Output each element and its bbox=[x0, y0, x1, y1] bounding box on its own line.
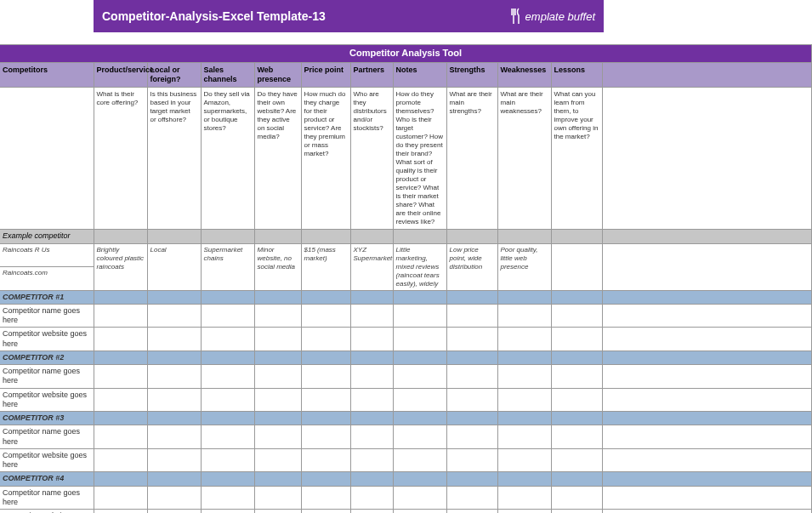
example-cell[interactable]: Minor website, no social media bbox=[254, 243, 301, 290]
cell[interactable] bbox=[393, 304, 446, 328]
cell[interactable] bbox=[301, 412, 350, 425]
cell[interactable] bbox=[393, 351, 446, 364]
cell[interactable] bbox=[551, 388, 602, 412]
cell[interactable] bbox=[201, 472, 254, 486]
cell[interactable] bbox=[147, 510, 201, 514]
cell[interactable] bbox=[393, 328, 446, 351]
cell[interactable] bbox=[254, 448, 301, 472]
col-weaknesses[interactable]: Weaknesses bbox=[497, 62, 551, 88]
cell[interactable] bbox=[393, 412, 446, 425]
competitor-name[interactable]: Competitor name goes here bbox=[0, 425, 94, 449]
cell[interactable] bbox=[393, 486, 446, 510]
example-cell[interactable]: Supermarket chains bbox=[201, 243, 254, 290]
cell[interactable] bbox=[147, 448, 201, 472]
col-price[interactable]: Price point bbox=[301, 62, 350, 88]
cell[interactable] bbox=[350, 365, 393, 389]
cell[interactable] bbox=[551, 486, 602, 510]
cell[interactable] bbox=[94, 351, 147, 364]
cell[interactable] bbox=[201, 486, 254, 510]
cell[interactable] bbox=[350, 448, 393, 472]
competitor-name[interactable]: Competitor name goes here bbox=[0, 365, 94, 389]
competitor-head[interactable]: COMPETITOR #1 bbox=[0, 290, 94, 304]
cell[interactable] bbox=[350, 412, 393, 425]
desc-cell[interactable]: Do they sell via Amazon, supermarkets, o… bbox=[201, 88, 254, 230]
cell[interactable] bbox=[446, 328, 497, 351]
cell[interactable] bbox=[301, 388, 350, 412]
cell[interactable] bbox=[393, 448, 446, 472]
cell[interactable] bbox=[350, 351, 393, 364]
example-name[interactable]: Raincoats R Us bbox=[0, 243, 94, 267]
competitor-site[interactable]: Competitor website goes here bbox=[0, 328, 94, 351]
cell[interactable] bbox=[147, 425, 201, 449]
cell[interactable] bbox=[393, 425, 446, 449]
cell[interactable] bbox=[94, 510, 147, 514]
cell[interactable] bbox=[254, 425, 301, 449]
cell[interactable] bbox=[301, 304, 350, 328]
example-cell[interactable]: Brightly coloured plastic raincoats bbox=[94, 243, 147, 290]
cell[interactable] bbox=[393, 388, 446, 412]
cell[interactable] bbox=[94, 365, 147, 389]
cell[interactable] bbox=[254, 328, 301, 351]
cell[interactable] bbox=[94, 425, 147, 449]
cell[interactable] bbox=[254, 486, 301, 510]
cell[interactable] bbox=[393, 290, 446, 304]
cell[interactable] bbox=[446, 448, 497, 472]
cell[interactable] bbox=[551, 425, 602, 449]
competitor-site[interactable]: Competitor website goes here bbox=[0, 510, 94, 514]
cell[interactable] bbox=[393, 365, 446, 389]
cell[interactable] bbox=[201, 448, 254, 472]
cell[interactable] bbox=[446, 365, 497, 389]
competitor-name[interactable]: Competitor name goes here bbox=[0, 304, 94, 328]
cell[interactable] bbox=[350, 510, 393, 514]
desc-cell[interactable]: How much do they charge for their produc… bbox=[301, 88, 350, 230]
competitor-head[interactable]: COMPETITOR #3 bbox=[0, 412, 94, 425]
cell[interactable] bbox=[254, 351, 301, 364]
cell[interactable] bbox=[254, 472, 301, 486]
cell[interactable] bbox=[551, 472, 602, 486]
cell[interactable] bbox=[446, 412, 497, 425]
cell[interactable] bbox=[350, 290, 393, 304]
col-notes[interactable]: Notes bbox=[393, 62, 446, 88]
cell[interactable] bbox=[147, 304, 201, 328]
cell[interactable] bbox=[446, 472, 497, 486]
competitor-site[interactable]: Competitor website goes here bbox=[0, 388, 94, 412]
cell[interactable] bbox=[497, 472, 551, 486]
cell[interactable] bbox=[301, 365, 350, 389]
cell[interactable] bbox=[497, 388, 551, 412]
cell[interactable] bbox=[147, 290, 201, 304]
cell[interactable] bbox=[201, 412, 254, 425]
cell[interactable] bbox=[254, 388, 301, 412]
col-product[interactable]: Product/service bbox=[94, 62, 147, 88]
cell[interactable] bbox=[301, 486, 350, 510]
desc-cell[interactable]: Is this business based in your target ma… bbox=[147, 88, 201, 230]
example-cell[interactable]: Low price point, wide distribution bbox=[446, 243, 497, 290]
example-website[interactable]: Raincoats.com bbox=[0, 267, 94, 291]
competitor-name[interactable]: Competitor name goes here bbox=[0, 486, 94, 510]
competitor-head[interactable]: COMPETITOR #2 bbox=[0, 351, 94, 364]
cell[interactable] bbox=[254, 290, 301, 304]
cell[interactable] bbox=[94, 304, 147, 328]
cell[interactable] bbox=[446, 351, 497, 364]
cell[interactable] bbox=[551, 510, 602, 514]
cell[interactable] bbox=[301, 472, 350, 486]
cell[interactable] bbox=[147, 388, 201, 412]
competitor-head[interactable]: COMPETITOR #4 bbox=[0, 472, 94, 486]
cell[interactable] bbox=[446, 290, 497, 304]
col-competitors[interactable]: Competitors bbox=[0, 62, 94, 88]
example-cell[interactable]: $15 (mass market) bbox=[301, 243, 350, 290]
example-cell[interactable]: Little marketing, mixed reviews (raincoa… bbox=[393, 243, 446, 290]
cell[interactable] bbox=[446, 486, 497, 510]
example-cell[interactable] bbox=[551, 243, 602, 290]
example-label[interactable]: Example competitor bbox=[0, 230, 94, 243]
cell[interactable] bbox=[94, 472, 147, 486]
desc-cell[interactable]: Who are they distributors and/or stockis… bbox=[350, 88, 393, 230]
cell[interactable] bbox=[301, 448, 350, 472]
cell[interactable] bbox=[301, 351, 350, 364]
cell[interactable] bbox=[350, 486, 393, 510]
cell[interactable] bbox=[393, 472, 446, 486]
col-strengths[interactable]: Strengths bbox=[446, 62, 497, 88]
col-sales[interactable]: Sales channels bbox=[201, 62, 254, 88]
cell[interactable] bbox=[201, 351, 254, 364]
competitor-site[interactable]: Competitor website goes here bbox=[0, 448, 94, 472]
cell[interactable] bbox=[350, 388, 393, 412]
